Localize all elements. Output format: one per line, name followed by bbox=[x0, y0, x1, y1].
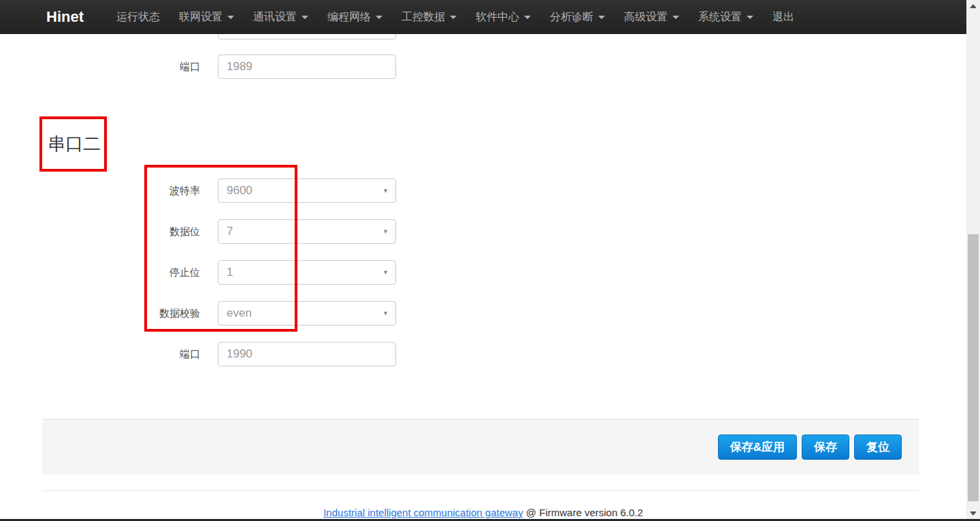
reset-button[interactable]: 复位 bbox=[854, 435, 902, 460]
brand-logo[interactable]: Hinet bbox=[46, 8, 84, 26]
nav-item-analysis-diagnosis[interactable]: 分析诊断 bbox=[540, 0, 615, 34]
caret-down-icon bbox=[598, 16, 605, 19]
firmware-version-text: @ Firmware version 6.0.2 bbox=[523, 507, 643, 518]
select-arrow-icon: ▼ bbox=[382, 269, 389, 276]
select-arrow-icon: ▼ bbox=[382, 187, 389, 194]
select-arrow-icon: ▼ bbox=[382, 228, 389, 235]
scrollbar-thumb[interactable] bbox=[968, 234, 979, 501]
parity-select[interactable]: even ▼ bbox=[218, 301, 396, 326]
serial1-port-label: 端口 bbox=[42, 61, 200, 72]
scrollbar-up-icon[interactable] bbox=[966, 0, 980, 12]
footer: Industrial intelligent communication gat… bbox=[0, 507, 966, 518]
data-bits-value: 7 bbox=[227, 225, 233, 238]
select-arrow-icon: ▼ bbox=[382, 310, 389, 317]
save-apply-button[interactable]: 保存&应用 bbox=[718, 435, 797, 460]
parity-value: even bbox=[227, 306, 252, 320]
baud-rate-select[interactable]: 9600 ▼ bbox=[218, 178, 396, 203]
baud-rate-value: 9600 bbox=[227, 184, 252, 198]
save-button[interactable]: 保存 bbox=[802, 435, 849, 460]
nav-item-system-settings[interactable]: 系统设置 bbox=[689, 0, 763, 34]
serial2-section-title: 串口二 bbox=[48, 132, 101, 156]
nav-item-network-settings[interactable]: 联网设置 bbox=[169, 0, 244, 34]
nav-item-logout[interactable]: 退出 bbox=[763, 0, 804, 34]
baud-rate-label: 波特率 bbox=[42, 185, 200, 196]
stop-bits-label: 停止位 bbox=[42, 267, 200, 278]
nav-item-comm-settings[interactable]: 通讯设置 bbox=[244, 0, 318, 34]
form-actions-bar: 保存&应用 保存 复位 bbox=[42, 419, 919, 475]
nav-item-run-status[interactable]: 运行状态 bbox=[107, 0, 169, 34]
stop-bits-value: 1 bbox=[227, 266, 233, 279]
caret-down-icon bbox=[301, 16, 308, 19]
caret-down-icon bbox=[450, 16, 457, 19]
nav-item-industrial-data[interactable]: 工控数据 bbox=[392, 0, 466, 34]
nav-item-advanced-settings[interactable]: 高级设置 bbox=[615, 0, 689, 34]
serial1-port-input[interactable] bbox=[218, 54, 396, 79]
caret-down-icon bbox=[227, 16, 234, 19]
parity-label: 数据校验 bbox=[42, 308, 200, 319]
vertical-scrollbar[interactable] bbox=[966, 0, 980, 521]
data-bits-select[interactable]: 7 ▼ bbox=[218, 219, 396, 244]
gateway-footer-link[interactable]: Industrial intelligent communication gat… bbox=[323, 507, 523, 518]
top-navbar: Hinet 运行状态 联网设置 通讯设置 编程网络 工控数据 软件中心 分析诊断… bbox=[0, 0, 966, 34]
settings-page: 端口 串口二 波特率 9600 ▼ 数据位 7 ▼ 停止位 1 ▼ 数据校验 e… bbox=[0, 0, 966, 521]
caret-down-icon bbox=[747, 16, 753, 19]
scrollbar-down-icon[interactable] bbox=[966, 507, 980, 519]
caret-down-icon bbox=[376, 16, 382, 19]
data-bits-label: 数据位 bbox=[42, 226, 200, 237]
caret-down-icon bbox=[524, 16, 531, 19]
browser-viewport: 端口 串口二 波特率 9600 ▼ 数据位 7 ▼ 停止位 1 ▼ 数据校验 e… bbox=[0, 0, 980, 521]
serial2-port-input[interactable] bbox=[218, 342, 396, 366]
caret-down-icon bbox=[672, 16, 679, 19]
nav-item-programming-network[interactable]: 编程网络 bbox=[318, 0, 392, 34]
footer-divider bbox=[42, 490, 919, 491]
stop-bits-select[interactable]: 1 ▼ bbox=[218, 260, 396, 285]
nav-menu: 运行状态 联网设置 通讯设置 编程网络 工控数据 软件中心 分析诊断 高级设置 … bbox=[107, 0, 804, 34]
nav-item-software-center[interactable]: 软件中心 bbox=[466, 0, 540, 34]
serial2-port-label: 端口 bbox=[42, 349, 200, 360]
